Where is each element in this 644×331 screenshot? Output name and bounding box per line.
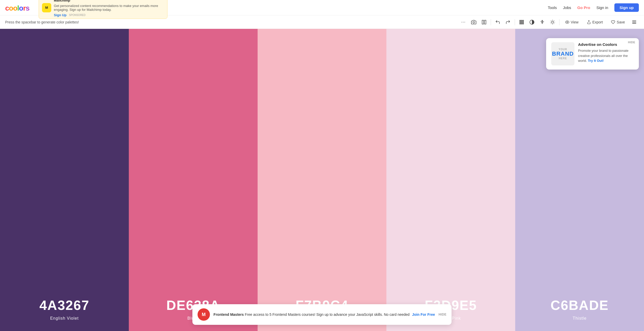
nav-jobs[interactable]: Jobs	[563, 5, 571, 10]
export-button[interactable]: Export	[583, 19, 606, 26]
svg-text:coolors: coolors	[5, 4, 30, 12]
brightness-button[interactable]	[548, 18, 557, 27]
mailchimp-icon: M	[42, 3, 51, 12]
more-options-button[interactable]: ⋯	[459, 18, 468, 27]
brand-popup-link[interactable]: Try It Out!	[588, 59, 604, 63]
svg-rect-7	[520, 22, 520, 22]
menu-icon	[632, 20, 637, 25]
mailchimp-ad-banner: M Mailchimp Get personalized content rec…	[39, 0, 167, 19]
hamburger-menu-button[interactable]	[630, 18, 639, 27]
brand-ad-popup: YOUR BRAND HERE Advertise on Coolors Pro…	[546, 38, 639, 70]
ad-signup-link[interactable]: Sign Up	[54, 13, 66, 17]
export-label: Export	[592, 20, 603, 24]
bottom-ad-brand: Frontend Masters	[214, 312, 244, 317]
accessibility-button[interactable]	[538, 18, 547, 27]
grid-view-button[interactable]	[479, 18, 489, 27]
svg-rect-4	[520, 20, 520, 21]
color-swatch-de638a[interactable]: DE638ABlush	[129, 29, 258, 331]
svg-point-1	[473, 21, 474, 23]
nav-sign-up-button[interactable]: Sign up	[614, 3, 639, 12]
logo[interactable]: coolors	[5, 4, 33, 12]
brand-popup-title: Advertise on Coolors	[578, 42, 634, 47]
brand-box-mid: BRAND	[552, 51, 574, 57]
share-icon	[587, 20, 591, 24]
view-label: View	[571, 20, 579, 24]
brand-placeholder-box: YOUR BRAND HERE	[551, 42, 574, 65]
bottom-ad-body-text: Free access to 5 Frontend Masters course…	[245, 312, 410, 317]
hex-code-4: C6BADE	[550, 298, 609, 313]
nav-go-pro[interactable]: Go Pro	[577, 5, 590, 10]
toolbar-separator-1	[491, 19, 491, 25]
save-button[interactable]: Save	[607, 19, 629, 26]
grid-icon	[481, 20, 487, 25]
svg-point-14	[542, 20, 543, 21]
brand-popup-content: Advertise on Coolors Promote your brand …	[578, 42, 634, 63]
color-swatch-f3d9e5[interactable]: F3D9E5Mimi Pink	[386, 29, 515, 331]
palette-grid-icon	[519, 20, 524, 25]
nav-right: Tools Jobs Go Pro Sign in Sign up	[548, 3, 639, 12]
svg-rect-8	[521, 22, 522, 22]
frontend-masters-icon: M	[198, 308, 210, 321]
coolors-logo-svg: coolors	[5, 4, 33, 12]
undo-icon	[495, 20, 500, 25]
toolbar-icons: ⋯ View E	[459, 18, 639, 27]
svg-rect-6	[523, 20, 523, 21]
svg-rect-12	[523, 23, 523, 24]
bottom-ad-text: Frontend Masters Free access to 5 Fronte…	[214, 312, 435, 317]
svg-point-15	[551, 21, 553, 23]
ad-brand-name: Mailchimp	[54, 0, 70, 2]
svg-rect-11	[521, 23, 522, 24]
bottom-ad-join-link[interactable]: Join For Free	[412, 312, 435, 317]
svg-rect-3	[484, 20, 486, 24]
toolbar-separator-2	[515, 19, 515, 25]
camera-button[interactable]	[469, 18, 478, 27]
undo-button[interactable]	[493, 18, 502, 27]
contrast-button[interactable]	[527, 18, 537, 27]
bottom-ad-banner: M Frontend Masters Free access to 5 Fron…	[192, 304, 452, 325]
svg-point-24	[567, 22, 568, 23]
redo-icon	[505, 20, 511, 25]
nav-tools[interactable]: Tools	[548, 5, 557, 10]
ad-text: Get personalized content recommendations…	[54, 4, 164, 12]
brightness-icon	[550, 20, 555, 25]
color-swatch-f7b9c4[interactable]: F7B9C4Pink	[258, 29, 386, 331]
svg-rect-5	[521, 20, 522, 21]
hex-code-0: 4A3267	[39, 298, 89, 313]
save-label: Save	[617, 20, 625, 24]
bottom-ad-hide-button[interactable]: HIDE	[438, 313, 446, 316]
color-swatch-c6bade[interactable]: C6BADEThistle	[515, 29, 644, 331]
brand-popup-hide-button[interactable]: HIDE	[628, 41, 635, 44]
palette-grid-button[interactable]	[517, 18, 526, 27]
heart-icon	[611, 20, 615, 24]
ad-sponsored-label: SPONSORED	[69, 14, 86, 16]
nav-sign-in[interactable]: Sign in	[596, 5, 608, 10]
toolbar-separator-3	[559, 19, 560, 25]
brand-popup-desc: Promote your brand to passionate creativ…	[578, 48, 634, 63]
svg-rect-10	[520, 23, 520, 24]
svg-rect-9	[523, 22, 523, 22]
svg-line-18	[551, 20, 551, 21]
view-button[interactable]: View	[562, 19, 582, 26]
svg-line-23	[554, 20, 554, 21]
camera-icon	[471, 20, 476, 25]
svg-rect-2	[482, 20, 484, 24]
svg-line-22	[551, 23, 551, 24]
color-name-4: Thistle	[573, 316, 587, 321]
brand-box-bot: HERE	[559, 57, 567, 60]
svg-line-19	[554, 23, 554, 24]
navbar: coolors M Mailchimp Get personalized con…	[0, 0, 644, 15]
color-palette: 4A3267English VioletDE638ABlushF7B9C4Pin…	[0, 29, 644, 331]
color-name-0: English Violet	[50, 316, 79, 321]
accessibility-icon	[540, 20, 545, 25]
eye-icon	[565, 20, 569, 24]
color-swatch-4a3267[interactable]: 4A3267English Violet	[0, 29, 129, 331]
toolbar-hint: Press the spacebar to generate color pal…	[5, 20, 457, 24]
contrast-icon	[529, 20, 535, 25]
redo-button[interactable]	[503, 18, 513, 27]
